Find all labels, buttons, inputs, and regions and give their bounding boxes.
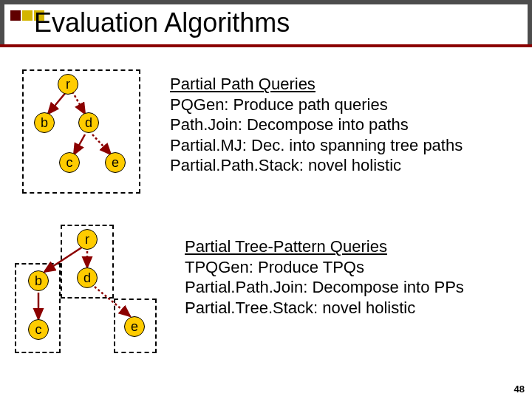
content: r b d c e Partial Path Queries PQGen: Pr… xyxy=(0,47,532,358)
edges xyxy=(15,69,148,195)
node-c: c xyxy=(28,319,49,340)
square-icon xyxy=(22,10,33,21)
diagram-tree-pattern: r b d c e xyxy=(15,225,163,358)
section-heading: Partial Tree-Pattern Queries xyxy=(185,236,464,257)
node-c: c xyxy=(59,152,80,173)
svg-line-0 xyxy=(48,92,66,114)
svg-line-3 xyxy=(92,134,111,154)
section-line: Partial.Path.Join: Decompose into PPs xyxy=(185,277,464,298)
section-line: Partial.Tree.Stack: novel holistic xyxy=(185,298,464,318)
text-tree-pattern: Partial Tree-Pattern Queries TPQGen: Pro… xyxy=(185,225,464,318)
page-number: 48 xyxy=(514,383,525,395)
node-e: e xyxy=(124,316,145,337)
section-line: Partial.Path.Stack: novel holistic xyxy=(170,155,463,176)
node-d: d xyxy=(78,112,99,133)
text-partial-path: Partial Path Queries PQGen: Produce path… xyxy=(170,69,463,176)
node-r: r xyxy=(77,229,98,250)
svg-line-4 xyxy=(44,247,83,272)
section-line: PQGen: Produce path queries xyxy=(170,95,463,115)
svg-line-2 xyxy=(74,134,85,154)
page-title: Evaluation Algorithms xyxy=(34,7,290,38)
square-icon xyxy=(10,10,21,21)
section-line: TPQGen: Produce TPQs xyxy=(185,257,464,278)
node-d: d xyxy=(77,267,98,288)
node-e: e xyxy=(105,152,126,173)
node-b: b xyxy=(28,270,49,291)
title-bar: Evaluation Algorithms xyxy=(0,0,532,47)
svg-line-7 xyxy=(95,287,130,316)
node-r: r xyxy=(58,74,78,95)
row-partial-path: r b d c e Partial Path Queries PQGen: Pr… xyxy=(0,69,532,195)
diagram-path-queries: r b d c e xyxy=(15,69,148,195)
svg-line-1 xyxy=(72,92,85,114)
row-tree-pattern: r b d c e Partial Tree-Pattern Queries T… xyxy=(0,225,532,358)
section-heading: Partial Path Queries xyxy=(170,74,463,95)
section-line: Path.Join: Decompose into paths xyxy=(170,115,463,135)
node-b: b xyxy=(34,112,55,133)
section-line: Partial.MJ: Dec. into spanning tree path… xyxy=(170,135,463,156)
